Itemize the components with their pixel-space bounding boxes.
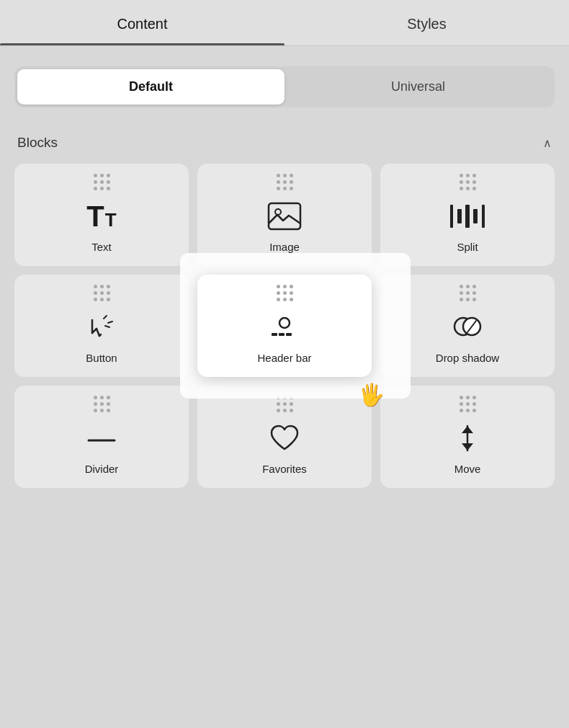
drag-dots-divider	[94, 396, 110, 412]
block-card-button[interactable]: Button	[14, 275, 189, 377]
block-label-split: Split	[457, 241, 478, 253]
drag-dots-header-bar	[277, 285, 293, 301]
blocks-header: Blocks ∧	[14, 128, 555, 164]
tab-styles[interactable]: Styles	[284, 0, 569, 45]
blocks-grid-row2: Button	[14, 275, 555, 377]
block-card-text[interactable]: TT Text	[14, 164, 189, 266]
block-card-divider[interactable]: Divider	[14, 386, 189, 488]
svg-point-14	[279, 318, 290, 328]
svg-line-9	[97, 329, 99, 336]
block-label-image: Image	[269, 241, 300, 253]
block-card-header-bar[interactable]: Header bar 🖐	[197, 275, 372, 377]
blocks-grid-row3: Divider Favorites	[14, 386, 555, 488]
svg-rect-15	[272, 333, 277, 336]
svg-rect-16	[279, 333, 284, 336]
cursor-hand-icon: 🖐	[358, 382, 385, 407]
block-label-text: Text	[91, 241, 112, 253]
svg-rect-2	[450, 205, 453, 228]
block-label-move: Move	[454, 463, 481, 475]
block-card-move[interactable]: Move	[380, 386, 555, 488]
block-card-image[interactable]: Image	[197, 164, 372, 266]
blocks-section: Blocks ∧ TT Text	[0, 128, 569, 488]
header-bar-icon	[264, 311, 305, 343]
block-card-favorites[interactable]: Favorites	[197, 386, 372, 488]
drag-dots-image	[277, 174, 293, 190]
tab-content[interactable]: Content	[0, 0, 284, 45]
text-icon: TT	[81, 200, 122, 232]
block-label-button: Button	[86, 352, 117, 364]
tab-active-indicator	[0, 43, 284, 45]
chevron-up-icon[interactable]: ∧	[543, 136, 552, 150]
svg-line-10	[99, 334, 101, 336]
block-card-drop-shadow[interactable]: Drop shadow	[380, 275, 555, 377]
block-label-favorites: Favorites	[262, 463, 307, 475]
drop-shadow-icon	[447, 311, 488, 343]
blocks-grid-row1: TT Text Image	[14, 164, 555, 266]
svg-line-13	[105, 326, 109, 327]
blocks-grid-row2-wrapper: Button	[14, 275, 555, 377]
block-label-divider: Divider	[85, 463, 119, 475]
svg-line-12	[108, 321, 112, 323]
svg-rect-6	[482, 205, 485, 228]
top-tab-bar: Content Styles	[0, 0, 569, 46]
drag-dots-split	[460, 174, 476, 190]
toggle-universal[interactable]: Universal	[284, 69, 552, 105]
heart-icon	[264, 422, 305, 454]
svg-rect-0	[269, 203, 300, 229]
svg-point-1	[275, 209, 281, 215]
image-icon	[264, 200, 305, 232]
svg-rect-4	[465, 205, 470, 228]
divider-icon	[81, 422, 122, 454]
blocks-title: Blocks	[17, 135, 58, 151]
drag-dots-move	[460, 396, 476, 412]
block-label-drop-shadow: Drop shadow	[436, 352, 499, 364]
drag-dots-drop-shadow	[460, 285, 476, 301]
split-icon	[447, 200, 488, 232]
toggle-group: Default Universal	[14, 66, 555, 107]
svg-rect-3	[457, 209, 462, 223]
block-card-split[interactable]: Split	[380, 164, 555, 266]
toggle-default[interactable]: Default	[17, 69, 284, 105]
drag-dots-button	[94, 285, 110, 301]
svg-line-11	[104, 316, 107, 319]
drag-dots-favorites	[277, 396, 293, 412]
svg-rect-17	[286, 333, 292, 336]
drag-dots-text	[94, 174, 110, 190]
block-label-header-bar: Header bar	[257, 352, 311, 364]
button-icon	[81, 311, 122, 343]
svg-rect-5	[473, 209, 478, 223]
move-icon	[447, 422, 488, 454]
